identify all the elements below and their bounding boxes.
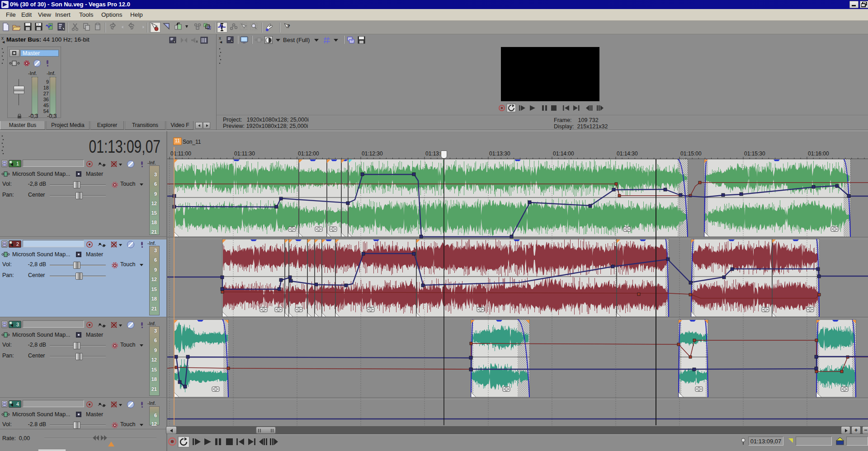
svg-text:?: ?	[287, 23, 290, 29]
svg-text:?: ?	[37, 23, 39, 26]
